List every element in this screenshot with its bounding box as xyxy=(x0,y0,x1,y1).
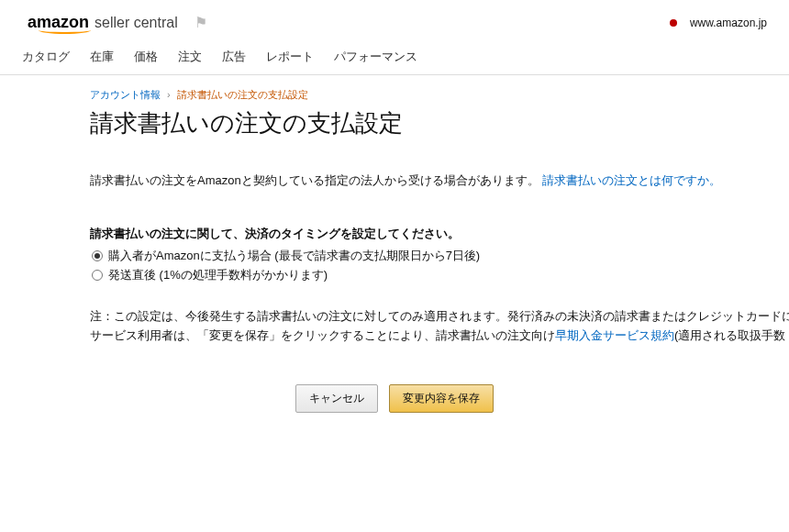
save-button[interactable]: 変更内容を保存 xyxy=(389,384,494,413)
nav-performance[interactable]: パフォーマンス xyxy=(334,49,417,65)
domain-label[interactable]: www.amazon.jp xyxy=(690,17,767,29)
intro-paragraph: 請求書払いの注文をAmazonと契約している指定の法人から受ける場合があります。… xyxy=(90,172,789,189)
intro-text: 請求書払いの注文をAmazonと契約している指定の法人から受ける場合があります。 xyxy=(90,173,539,187)
nav-catalog[interactable]: カタログ xyxy=(22,49,70,65)
logo-main: amazon xyxy=(28,13,89,32)
header-left: amazon seller central ⚑ xyxy=(28,13,207,32)
japan-flag-icon xyxy=(670,19,677,27)
note-link[interactable]: 早期入金サービス規約 xyxy=(555,328,674,342)
cancel-button[interactable]: キャンセル xyxy=(295,384,378,413)
content: アカウント情報 › 請求書払いの注文の支払設定 請求書払いの注文の支払設定 請求… xyxy=(0,75,789,449)
radio-label-1: 購入者がAmazonに支払う場合 (最長で請求書の支払期限日から7日後) xyxy=(108,248,480,264)
nav-pricing[interactable]: 価格 xyxy=(134,49,158,65)
radio-icon-unchecked[interactable] xyxy=(92,270,103,281)
note-line2: サービス利用者は、「変更を保存」をクリックすることにより、請求書払いの注文向け早… xyxy=(90,327,789,346)
flag-icon[interactable]: ⚑ xyxy=(194,14,207,31)
main-nav: カタログ 在庫 価格 注文 広告 レポート パフォーマンス xyxy=(0,41,789,75)
logo-sub: seller central xyxy=(94,15,178,31)
button-row: キャンセル 変更内容を保存 xyxy=(90,384,789,413)
radio-option-1[interactable]: 購入者がAmazonに支払う場合 (最長で請求書の支払期限日から7日後) xyxy=(92,248,789,264)
nav-reports[interactable]: レポート xyxy=(266,49,314,65)
radio-icon-checked[interactable] xyxy=(92,250,103,261)
nav-inventory[interactable]: 在庫 xyxy=(90,49,114,65)
breadcrumb-separator: › xyxy=(167,89,171,100)
header-right: www.amazon.jp xyxy=(670,17,767,29)
intro-link[interactable]: 請求書払いの注文とは何ですか。 xyxy=(542,173,721,187)
note-line2a: サービス利用者は、「変更を保存」をクリックすることにより、請求書払いの注文向け xyxy=(90,328,555,342)
note-block: 注：この設定は、今後発生する請求書払いの注文に対してのみ適用されます。発行済みの… xyxy=(90,307,789,346)
breadcrumb-parent[interactable]: アカウント情報 xyxy=(90,89,161,100)
nav-orders[interactable]: 注文 xyxy=(178,49,202,65)
note-line1: 注：この設定は、今後発生する請求書払いの注文に対してのみ適用されます。発行済みの… xyxy=(90,307,789,327)
header: amazon seller central ⚑ www.amazon.jp xyxy=(0,0,789,41)
logo[interactable]: amazon seller central xyxy=(28,13,178,32)
section-heading: 請求書払いの注文に関して、決済のタイミングを設定してください。 xyxy=(90,226,789,242)
nav-ads[interactable]: 広告 xyxy=(222,49,246,65)
breadcrumb: アカウント情報 › 請求書払いの注文の支払設定 xyxy=(90,88,789,102)
note-line2b: (適用される取扱手数 xyxy=(674,328,785,342)
radio-label-2: 発送直後 (1%の処理手数料がかかります) xyxy=(108,267,328,283)
breadcrumb-current: 請求書払いの注文の支払設定 xyxy=(177,89,308,100)
radio-option-2[interactable]: 発送直後 (1%の処理手数料がかかります) xyxy=(92,267,789,283)
page-title: 請求書払いの注文の支払設定 xyxy=(90,107,789,139)
